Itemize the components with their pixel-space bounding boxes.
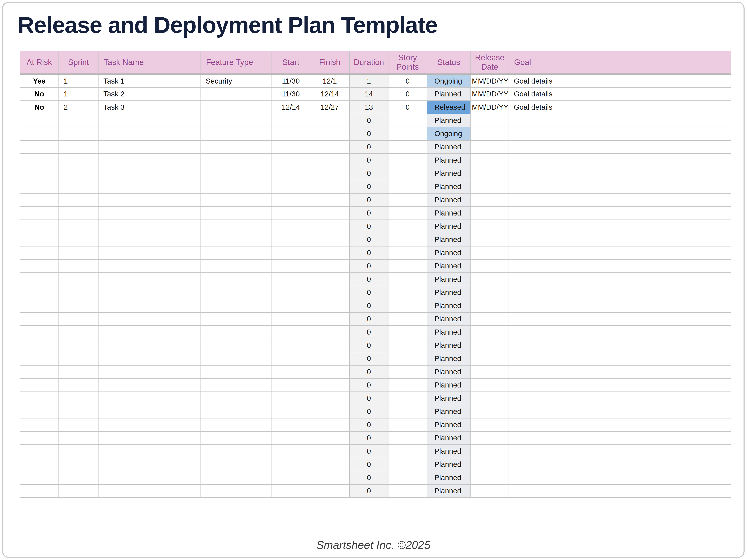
cell-sprint[interactable]: 2 — [59, 101, 98, 114]
cell-task-name[interactable] — [98, 167, 201, 180]
cell-duration[interactable]: 0 — [350, 233, 388, 246]
cell-duration[interactable]: 0 — [350, 273, 388, 286]
cell-start[interactable] — [272, 273, 310, 286]
cell-feature-type[interactable]: Security — [201, 74, 272, 87]
cell-goal[interactable] — [509, 458, 731, 471]
cell-start[interactable] — [272, 180, 310, 193]
cell-sprint[interactable] — [59, 167, 98, 180]
cell-goal[interactable] — [509, 444, 731, 458]
cell-at-risk[interactable] — [20, 365, 59, 378]
cell-start[interactable] — [272, 365, 310, 378]
cell-feature-type[interactable] — [201, 326, 272, 339]
cell-finish[interactable] — [310, 392, 350, 405]
cell-finish[interactable]: 12/27 — [310, 101, 350, 114]
cell-feature-type[interactable] — [201, 378, 272, 392]
cell-status[interactable]: Planned — [427, 339, 471, 352]
cell-duration[interactable]: 0 — [350, 180, 388, 193]
cell-duration[interactable]: 0 — [350, 458, 388, 471]
cell-goal[interactable] — [509, 180, 731, 193]
cell-sprint[interactable] — [59, 418, 98, 431]
column-header-sprint[interactable]: Sprint — [59, 51, 98, 74]
cell-start[interactable]: 11/30 — [272, 74, 310, 87]
cell-release-date[interactable] — [471, 378, 509, 392]
cell-story-points[interactable] — [388, 180, 427, 193]
cell-release-date[interactable] — [471, 193, 509, 206]
cell-release-date[interactable] — [471, 339, 509, 352]
cell-duration[interactable]: 0 — [350, 206, 388, 220]
cell-story-points[interactable] — [388, 312, 427, 326]
cell-start[interactable] — [272, 418, 310, 431]
cell-task-name[interactable] — [98, 458, 201, 471]
cell-finish[interactable]: 12/14 — [310, 87, 350, 101]
cell-at-risk[interactable] — [20, 458, 59, 471]
cell-finish[interactable] — [310, 458, 350, 471]
cell-goal[interactable] — [509, 405, 731, 418]
cell-feature-type[interactable] — [201, 312, 272, 326]
cell-duration[interactable]: 1 — [350, 74, 388, 87]
cell-feature-type[interactable] — [201, 471, 272, 484]
cell-goal[interactable] — [509, 392, 731, 405]
cell-release-date[interactable] — [471, 127, 509, 140]
cell-start[interactable]: 11/30 — [272, 87, 310, 101]
cell-finish[interactable]: 12/1 — [310, 74, 350, 87]
cell-sprint[interactable] — [59, 193, 98, 206]
cell-status[interactable]: Planned — [427, 193, 471, 206]
cell-finish[interactable] — [310, 365, 350, 378]
cell-task-name[interactable] — [98, 180, 201, 193]
cell-task-name[interactable] — [98, 405, 201, 418]
column-header-status[interactable]: Status — [427, 51, 471, 74]
cell-sprint[interactable]: 1 — [59, 74, 98, 87]
cell-finish[interactable] — [310, 114, 350, 127]
cell-feature-type[interactable] — [201, 114, 272, 127]
cell-status[interactable]: Planned — [427, 312, 471, 326]
cell-story-points[interactable] — [388, 259, 427, 273]
cell-feature-type[interactable] — [201, 167, 272, 180]
cell-status[interactable]: Planned — [427, 259, 471, 273]
cell-at-risk[interactable] — [20, 206, 59, 220]
cell-status[interactable]: Planned — [427, 206, 471, 220]
cell-status[interactable]: Planned — [427, 458, 471, 471]
cell-finish[interactable] — [310, 299, 350, 312]
cell-task-name[interactable] — [98, 286, 201, 299]
cell-release-date[interactable] — [471, 299, 509, 312]
cell-sprint[interactable] — [59, 484, 98, 498]
cell-story-points[interactable] — [388, 471, 427, 484]
column-header-story-points[interactable]: Story Points — [388, 51, 427, 74]
cell-duration[interactable]: 0 — [350, 220, 388, 233]
cell-story-points[interactable]: 0 — [388, 101, 427, 114]
cell-story-points[interactable] — [388, 114, 427, 127]
cell-release-date[interactable] — [471, 405, 509, 418]
cell-task-name[interactable] — [98, 140, 201, 154]
cell-goal[interactable] — [509, 114, 731, 127]
cell-story-points[interactable] — [388, 273, 427, 286]
cell-sprint[interactable]: 1 — [59, 87, 98, 101]
cell-goal[interactable] — [509, 378, 731, 392]
cell-finish[interactable] — [310, 154, 350, 167]
cell-feature-type[interactable] — [201, 286, 272, 299]
cell-story-points[interactable] — [388, 352, 427, 365]
cell-start[interactable] — [272, 405, 310, 418]
cell-feature-type[interactable] — [201, 101, 272, 114]
cell-task-name[interactable] — [98, 378, 201, 392]
cell-goal[interactable] — [509, 326, 731, 339]
cell-finish[interactable] — [310, 167, 350, 180]
cell-goal[interactable] — [509, 365, 731, 378]
cell-story-points[interactable] — [388, 365, 427, 378]
cell-feature-type[interactable] — [201, 431, 272, 444]
cell-finish[interactable] — [310, 339, 350, 352]
cell-at-risk[interactable] — [20, 418, 59, 431]
cell-at-risk[interactable] — [20, 154, 59, 167]
cell-at-risk[interactable] — [20, 312, 59, 326]
cell-start[interactable] — [272, 444, 310, 458]
cell-finish[interactable] — [310, 180, 350, 193]
cell-feature-type[interactable] — [201, 246, 272, 259]
column-header-task-name[interactable]: Task Name — [98, 51, 201, 74]
cell-status[interactable]: Planned — [427, 418, 471, 431]
cell-status[interactable]: Planned — [427, 352, 471, 365]
cell-sprint[interactable] — [59, 286, 98, 299]
cell-duration[interactable]: 0 — [350, 392, 388, 405]
cell-story-points[interactable]: 0 — [388, 87, 427, 101]
cell-duration[interactable]: 0 — [350, 140, 388, 154]
cell-sprint[interactable] — [59, 352, 98, 365]
cell-task-name[interactable] — [98, 193, 201, 206]
